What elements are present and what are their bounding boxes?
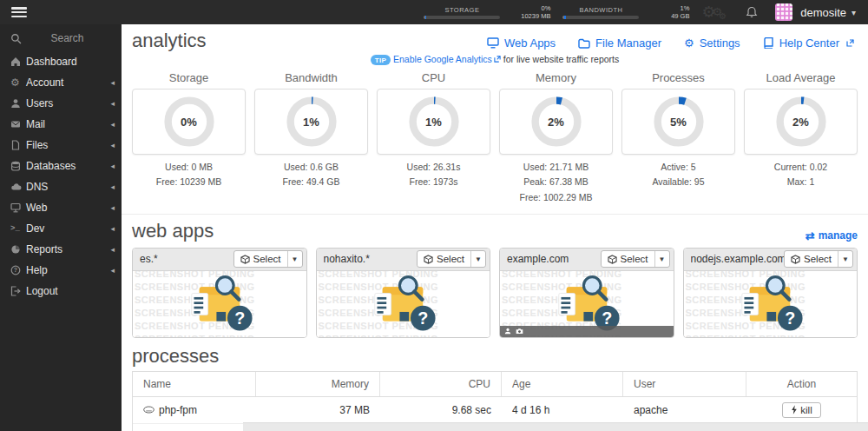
webapp-card: es.* Select ▼ SCREENSHOT PENDING SCREENS… xyxy=(132,248,307,338)
user-menu-caret-icon[interactable]: ▾ xyxy=(852,8,856,17)
webapp-domain: nohaxito.* xyxy=(324,253,418,265)
webapp-screenshot[interactable]: SCREENSHOT PENDING SCREENSHOT PENDING SC… xyxy=(684,271,858,337)
sidebar-item-mail[interactable]: Mail ◂ xyxy=(0,114,122,135)
nav-web-apps[interactable]: Web Apps xyxy=(487,36,556,50)
table-header-row: Name Memory CPU Age User Action xyxy=(133,372,857,397)
select-dropdown-caret[interactable]: ▼ xyxy=(288,251,302,267)
php-icon xyxy=(143,406,155,414)
webapp-screenshot[interactable]: SCREENSHOT PENDING SCREENSHOT PENDING SC… xyxy=(317,271,490,337)
col-cpu: CPU xyxy=(380,372,502,396)
topbar: STORAGE 0% 10239 MB BANDWIDTH 1% 49 GB ⚙… xyxy=(0,0,868,24)
camera-icon[interactable] xyxy=(516,328,523,335)
sidebar-item-dashboard[interactable]: Dashboard xyxy=(0,51,122,72)
external-link-icon xyxy=(846,39,854,47)
webapp-domain: es.* xyxy=(140,253,233,265)
sidebar-search[interactable] xyxy=(0,24,122,51)
select-app-button[interactable]: Select ▼ xyxy=(601,250,670,268)
screenshot-pending-illustration-icon: ? xyxy=(133,271,306,337)
search-input[interactable] xyxy=(22,32,113,44)
storage-bar xyxy=(424,16,500,19)
webapp-card: nohaxito.* Select ▼ SCREENSHOT PENDING S… xyxy=(316,248,491,338)
sidebar-item-files[interactable]: Files ◂ xyxy=(0,135,122,156)
user-icon xyxy=(10,98,26,109)
sidebar-item-account[interactable]: ⚙ Account ◂ xyxy=(0,72,122,93)
webapp-domain: example.com xyxy=(507,253,601,265)
sidebar-item-reports[interactable]: Reports ◂ xyxy=(0,239,122,260)
gear-icon: ⚙ xyxy=(10,77,26,88)
select-dropdown-caret[interactable]: ▼ xyxy=(471,251,485,267)
svg-text:?: ? xyxy=(14,267,17,273)
sidebar-item-dns[interactable]: DNS ◂ xyxy=(0,176,122,197)
package-icon xyxy=(424,255,433,264)
donut-gauge: 0% xyxy=(163,96,215,148)
home-icon xyxy=(10,56,26,67)
processes-title: processes xyxy=(132,345,858,368)
col-action: Action xyxy=(746,372,857,396)
screenshot-pending-illustration-icon: ? xyxy=(684,271,858,337)
webapp-domain: nodejs.example.com xyxy=(691,253,785,265)
topbar-storage-gauge[interactable]: STORAGE 0% 10239 MB xyxy=(424,4,550,21)
external-link-icon xyxy=(494,56,501,63)
envelope-icon xyxy=(10,119,26,129)
select-app-button[interactable]: Select ▼ xyxy=(417,250,486,268)
sidebar-item-web[interactable]: Web ◂ xyxy=(0,197,122,218)
enable-google-analytics-link[interactable]: Enable Google Analytics xyxy=(393,54,492,64)
book-icon xyxy=(763,37,774,49)
collapse-caret-icon: ◂ xyxy=(110,78,115,87)
donut-gauge: 2% xyxy=(530,96,582,148)
gauge-load-average: Load Average 2% Current: 0.02Max: 1 xyxy=(744,71,858,205)
tip-banner: TIP Enable Google Analytics for live web… xyxy=(132,54,858,64)
select-app-button[interactable]: Select ▼ xyxy=(233,250,303,268)
hamburger-menu-icon[interactable] xyxy=(11,7,27,17)
sidebar-item-help[interactable]: ? Help ◂ xyxy=(0,260,122,281)
gauge-stats: Active: 5Available: 95 xyxy=(621,160,735,190)
gauge-stats: Used: 0.6 GBFree: 49.4 GB xyxy=(254,160,368,190)
user-avatar[interactable] xyxy=(775,3,792,21)
manage-webapps-link[interactable]: ⇄ manage xyxy=(806,229,858,242)
donut-gauge: 1% xyxy=(286,96,338,148)
webapp-card: nodejs.example.com Select ▼ SCREENSHOT P… xyxy=(683,248,858,338)
svg-text:?: ? xyxy=(602,308,612,328)
bandwidth-bar xyxy=(562,16,639,19)
quick-nav: Web Apps File Manager ⚙ Settings Help Ce… xyxy=(487,30,858,50)
nav-settings[interactable]: ⚙ Settings xyxy=(684,36,740,50)
select-dropdown-caret[interactable]: ▼ xyxy=(838,251,852,267)
lightning-icon xyxy=(791,405,798,414)
gauge-processes: Processes 5% Active: 5Available: 95 xyxy=(621,71,735,205)
webapp-screenshot[interactable]: SCREENSHOT PENDING SCREENSHOT PENDING SC… xyxy=(133,271,306,337)
collapse-caret-icon: ◂ xyxy=(110,99,115,108)
sidebar: Dashboard ⚙ Account ◂ Users ◂ Mail ◂ Fil… xyxy=(0,24,122,431)
donut-gauge: 5% xyxy=(653,96,705,148)
package-icon xyxy=(240,255,250,264)
gauge-bandwidth: Bandwidth 1% Used: 0.6 GBFree: 49.4 GB xyxy=(254,71,368,205)
collapse-caret-icon: ◂ xyxy=(110,141,115,149)
collapse-caret-icon: ◂ xyxy=(110,182,115,191)
storage-label: STORAGE xyxy=(424,6,500,14)
gauge-stats: Current: 0.02Max: 1 xyxy=(744,160,858,190)
gears-decoration-icon: ⚙⚙⚙ xyxy=(701,3,723,22)
notifications-bell-icon[interactable] xyxy=(746,6,758,18)
col-memory: Memory xyxy=(256,372,380,396)
nav-help-center[interactable]: Help Center xyxy=(763,36,854,50)
monitor-icon xyxy=(10,202,26,213)
gauge-storage: Storage 0% Used: 0 MBFree: 10239 MB xyxy=(132,71,246,205)
sidebar-item-databases[interactable]: Databases ◂ xyxy=(0,156,122,176)
select-app-button[interactable]: Select ▼ xyxy=(784,250,853,268)
collapse-caret-icon: ◂ xyxy=(110,245,115,254)
col-user: User xyxy=(623,372,746,396)
sidebar-item-logout[interactable]: Logout xyxy=(0,281,122,302)
pie-chart-icon xyxy=(10,244,26,255)
webapp-screenshot[interactable]: SCREENSHOT PENDING SCREENSHOT PENDING SC… xyxy=(500,271,674,337)
select-dropdown-caret[interactable]: ▼ xyxy=(655,251,669,267)
sidebar-item-dev[interactable]: >_ Dev ◂ xyxy=(0,218,122,239)
page-title: analytics xyxy=(132,30,207,52)
folder-icon xyxy=(578,38,590,49)
sidebar-item-users[interactable]: Users ◂ xyxy=(0,93,122,114)
kill-process-button[interactable]: kill xyxy=(782,402,820,418)
webapp-cards: es.* Select ▼ SCREENSHOT PENDING SCREENS… xyxy=(132,248,858,338)
col-name: Name xyxy=(133,372,256,396)
user-icon[interactable] xyxy=(504,328,511,335)
username[interactable]: demosite xyxy=(800,6,846,19)
topbar-bandwidth-gauge[interactable]: BANDWIDTH 1% 49 GB xyxy=(562,4,689,21)
nav-file-manager[interactable]: File Manager xyxy=(578,36,661,50)
